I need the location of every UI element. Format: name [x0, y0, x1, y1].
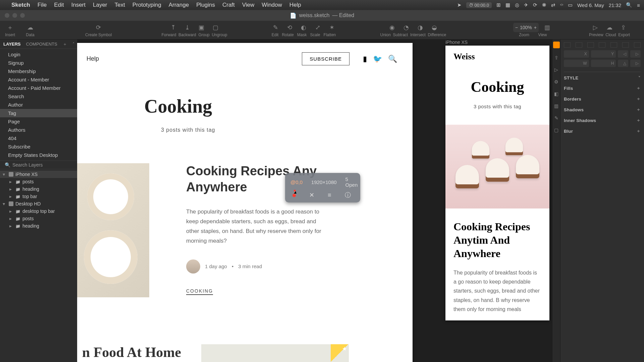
layer-group[interactable]: ▸posts — [0, 178, 77, 185]
layer-group[interactable]: ▸heading — [0, 185, 77, 193]
alignment-controls[interactable] — [564, 42, 641, 48]
rail-icon[interactable]: ▷ — [554, 67, 558, 72]
ungroup-button[interactable]: ▢ — [210, 23, 221, 32]
menu-insert[interactable]: Insert — [71, 2, 86, 8]
x-input[interactable]: X — [564, 50, 589, 58]
layer-group[interactable]: ▸desktop top bar — [0, 207, 77, 215]
page-item[interactable]: Empty States Desktop — [0, 151, 77, 159]
page-item[interactable]: Membership — [0, 67, 77, 75]
add-blur-button[interactable]: ＋ — [636, 128, 641, 134]
menu-file[interactable]: File — [38, 2, 47, 8]
artboard-iphone[interactable]: Weiss Cooking 3 posts with this tag Cook… — [445, 46, 549, 320]
status-icon[interactable]: ⟳ — [533, 2, 537, 8]
menu-text[interactable]: Text — [115, 2, 125, 8]
menu-plugins[interactable]: Plugins — [196, 2, 215, 8]
page-item[interactable]: Page — [0, 117, 77, 126]
page-item[interactable]: Login — [0, 50, 77, 59]
menu-layer[interactable]: Layer — [93, 2, 107, 8]
menubar-date[interactable]: Wed 6. May — [577, 2, 604, 8]
wifi-icon[interactable]: ⌔ — [560, 2, 563, 8]
page-item[interactable]: Signup — [0, 59, 77, 67]
add-shadow-button[interactable]: ＋ — [636, 107, 641, 113]
layer-group[interactable]: ▸posts — [0, 215, 77, 222]
page-item[interactable]: Tag — [0, 109, 77, 117]
export-button[interactable]: ⇪ — [618, 23, 629, 32]
chevron-down-icon[interactable]: ˅ — [638, 75, 641, 80]
layer-artboard[interactable]: ▾Desktop HD — [0, 200, 77, 207]
status-icon[interactable]: ⇄ — [551, 2, 555, 8]
y-input[interactable]: Y — [591, 50, 616, 58]
status-icon[interactable]: ✈ — [524, 2, 528, 8]
screen-recorder-panel[interactable]: @0,0 644×362 5 Open ✕ ≡ ⓘ — [285, 173, 360, 202]
settings-button[interactable]: ≡ — [328, 192, 331, 199]
page-item[interactable]: Subscribe — [0, 142, 77, 151]
canvas[interactable]: Help SUBSCRIBE ▮ 🐦 🔍 Cooking 3 posts wit… — [77, 40, 552, 362]
scale-button[interactable]: ⤢ — [312, 23, 323, 32]
menu-prototyping[interactable]: Prototyping — [132, 2, 161, 8]
w-input[interactable]: W — [564, 60, 589, 67]
page-item[interactable]: Account - Paid Member — [0, 84, 77, 92]
h-input[interactable]: H — [591, 60, 616, 67]
status-icon[interactable]: ▦ — [505, 2, 510, 8]
page-item[interactable]: 404 — [0, 134, 77, 142]
layer-artboard[interactable]: ▾iPhone XS — [0, 171, 77, 178]
status-icon[interactable]: ⊞ — [496, 2, 501, 8]
flip-h-button[interactable]: ◁ — [618, 50, 628, 58]
add-inner-shadow-button[interactable]: ＋ — [636, 117, 641, 123]
edit-button[interactable]: ✎ — [270, 23, 281, 32]
control-center-icon[interactable]: ≡ — [637, 2, 640, 8]
rail-icon[interactable]: ⚙ — [554, 79, 558, 84]
menu-window[interactable]: Window — [262, 2, 282, 8]
flip-v-button[interactable]: ▷ — [630, 50, 641, 58]
search-icon[interactable]: 🔍 — [626, 2, 632, 8]
intersect-button[interactable]: ◑ — [415, 23, 426, 32]
rail-icon[interactable]: ⇪ — [554, 55, 558, 60]
lock-icon[interactable]: △ — [618, 60, 628, 67]
screen-timer[interactable]: ⏱ 00:00.0 — [466, 2, 492, 8]
rail-icon[interactable]: ▢ — [554, 127, 558, 133]
page-item[interactable]: Account - Member — [0, 75, 77, 84]
page-item[interactable]: Search — [0, 92, 77, 101]
backward-button[interactable]: ⤓ — [182, 23, 193, 32]
tab-layers[interactable]: LAYERS — [3, 42, 21, 47]
insert-button[interactable]: ＋ — [5, 23, 15, 32]
create-symbol-button[interactable]: ⟳ — [93, 23, 104, 32]
subtract-button[interactable]: ◔ — [401, 23, 412, 32]
artboard-label[interactable]: iPhone XS — [445, 40, 468, 45]
collapse-pages-button[interactable]: ˄ — [72, 42, 75, 47]
page-item[interactable]: Authors — [0, 126, 77, 134]
rotate-icon[interactable]: ▷ — [630, 60, 641, 67]
forward-button[interactable]: ⤒ — [168, 23, 178, 32]
view-options-button[interactable]: ▥ — [542, 23, 553, 32]
union-button[interactable]: ◉ — [387, 23, 397, 32]
menu-edit[interactable]: Edit — [54, 2, 64, 8]
menu-craft[interactable]: Craft — [222, 2, 235, 8]
zoom-control[interactable]: −100%+ — [513, 23, 539, 32]
craft-panel-icon[interactable] — [553, 42, 560, 48]
add-fill-button[interactable]: ＋ — [636, 85, 641, 91]
rail-icon[interactable]: ◧ — [554, 91, 558, 97]
mask-button[interactable]: ◐ — [298, 23, 309, 32]
difference-button[interactable]: ◒ — [429, 23, 440, 32]
page-item[interactable]: Author — [0, 101, 77, 109]
cloud-button[interactable]: ☁ — [604, 23, 615, 32]
close-button[interactable]: ✕ — [309, 191, 314, 199]
battery-icon[interactable]: ▭ — [568, 2, 573, 8]
app-name[interactable]: Sketch — [11, 2, 30, 8]
status-icon[interactable]: ◎ — [515, 2, 519, 8]
group-button[interactable]: ▣ — [196, 23, 207, 32]
menu-help[interactable]: Help — [289, 2, 301, 8]
location-icon[interactable]: ➤ — [457, 2, 462, 8]
rotate-button[interactable]: ⟲ — [284, 23, 295, 32]
preview-button[interactable]: ▷ — [590, 23, 601, 32]
menubar-time[interactable]: 21:32 — [609, 2, 622, 8]
add-page-button[interactable]: ＋ — [63, 41, 67, 47]
info-button[interactable]: ⓘ — [345, 191, 351, 199]
rail-icon[interactable]: ▥ — [554, 103, 558, 109]
status-icon[interactable]: ❋ — [542, 2, 546, 8]
traffic-lights[interactable] — [5, 13, 25, 18]
add-border-button[interactable]: ＋ — [636, 96, 641, 102]
menu-arrange[interactable]: Arrange — [169, 2, 189, 8]
artboard-desktop[interactable]: Help SUBSCRIBE ▮ 🐦 🔍 Cooking 3 posts wit… — [77, 43, 413, 362]
search-layers[interactable]: 🔍 Search Layers — [0, 161, 77, 169]
